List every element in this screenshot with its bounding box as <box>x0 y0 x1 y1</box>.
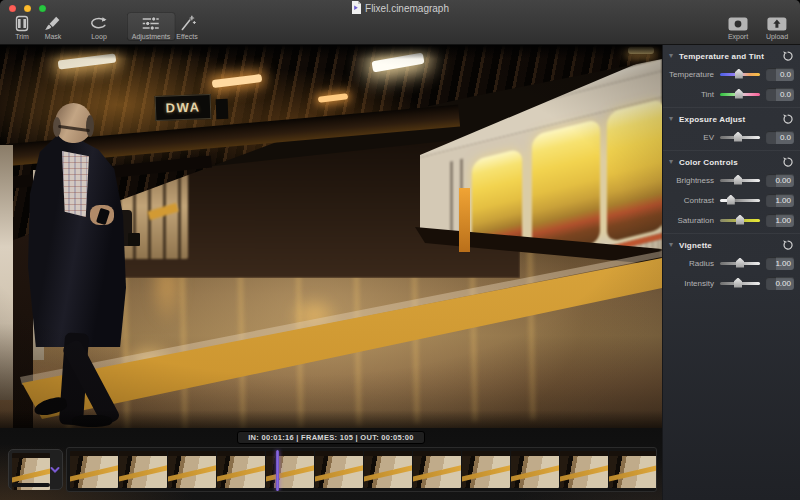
slider-track[interactable] <box>720 282 760 285</box>
timeline-info: IN: 00:01:16 | FRAMES: 105 | OUT: 00:05:… <box>237 431 425 444</box>
slider-thumb[interactable] <box>727 195 735 205</box>
section-title: Vignette <box>679 241 781 250</box>
slider-thumb[interactable] <box>736 215 744 225</box>
canvas[interactable]: DWA <box>0 45 662 428</box>
timeline-info-bar: IN: 00:01:16 | FRAMES: 105 | OUT: 00:05:… <box>0 428 662 447</box>
tool-upload[interactable]: Upload <box>761 12 793 41</box>
slider-thumb[interactable] <box>734 132 742 142</box>
tool-mask[interactable]: Mask <box>38 12 68 41</box>
slider-thumb[interactable] <box>735 89 743 99</box>
filmstrip-frame[interactable] <box>70 451 118 488</box>
value-field[interactable]: 1.00 <box>766 257 794 270</box>
filmstrip-frame[interactable] <box>462 451 510 488</box>
filmstrip-frame[interactable] <box>168 451 216 488</box>
timeline-area: IN: 00:01:16 | FRAMES: 105 | OUT: 00:05:… <box>0 428 662 500</box>
filmstrip-frame[interactable] <box>364 451 412 488</box>
reset-icon[interactable] <box>781 156 794 169</box>
window-title-row: Flixel.cinemagraph <box>0 0 800 17</box>
photo-station-sign: DWA <box>155 94 212 121</box>
slider-thumb[interactable] <box>736 258 744 268</box>
trim-icon <box>12 14 32 32</box>
reset-icon[interactable] <box>781 239 794 252</box>
filmstrip-frame[interactable] <box>266 451 314 488</box>
slider-label: Contrast <box>669 196 720 205</box>
chevron-down-icon[interactable] <box>49 462 61 478</box>
slider-track[interactable] <box>720 219 760 222</box>
filmstrip-frame[interactable] <box>413 451 461 488</box>
titlebar-toolbar: Flixel.cinemagraph TrimMaskLoopAdjustmen… <box>0 0 800 45</box>
slider-thumb[interactable] <box>734 175 742 185</box>
tool-loop[interactable]: Loop <box>83 12 115 41</box>
disclosure-triangle-icon[interactable]: ▾ <box>669 52 679 60</box>
slider-row: Radius1.00 <box>669 253 794 273</box>
adjustments-panel: ▾Temperature and TintTemperature0.0Tint0… <box>662 45 800 500</box>
photo-man-silhouette <box>28 93 163 428</box>
photo-station-sign-fragment <box>216 99 229 119</box>
slider-track[interactable] <box>720 73 760 76</box>
disclosure-triangle-icon[interactable]: ▾ <box>669 115 679 123</box>
disclosure-triangle-icon[interactable]: ▾ <box>669 158 679 166</box>
slider-label: Radius <box>669 259 720 268</box>
panel-section: ▾Exposure AdjustEV0.0 <box>663 107 800 150</box>
photo-briefcase <box>128 233 140 246</box>
photo-ceiling-light <box>628 47 654 54</box>
panel-section: ▾Color ControlsBrightness0.00Contrast1.0… <box>663 150 800 233</box>
window-title: Flixel.cinemagraph <box>365 3 449 14</box>
value-field[interactable]: 0.0 <box>766 88 794 101</box>
slider-row: EV0.0 <box>669 127 794 147</box>
slider-row: Saturation1.00 <box>669 210 794 230</box>
photo-left-door <box>0 145 13 400</box>
tool-trim[interactable]: Trim <box>7 12 37 41</box>
value-field[interactable]: 1.00 <box>766 214 794 227</box>
slider-label: Brightness <box>669 176 720 185</box>
value-field[interactable]: 0.00 <box>766 174 794 187</box>
tool-export[interactable]: Export <box>722 12 754 41</box>
slider-row: Tint0.0 <box>669 84 794 104</box>
disclosure-triangle-icon[interactable]: ▾ <box>669 241 679 249</box>
document-icon <box>351 0 361 18</box>
reset-icon[interactable] <box>781 50 794 63</box>
slider-row: Intensity0.00 <box>669 273 794 293</box>
app-window: Flixel.cinemagraph TrimMaskLoopAdjustmen… <box>0 0 800 500</box>
filmstrip-frame[interactable] <box>560 451 608 488</box>
slider-track[interactable] <box>720 262 760 265</box>
section-title: Exposure Adjust <box>679 115 781 124</box>
slider-label: Intensity <box>669 279 720 288</box>
slider-label: EV <box>669 133 720 142</box>
filmstrip-frame[interactable] <box>119 451 167 488</box>
photo-orange-pillar <box>459 188 470 252</box>
filmstrip-frame[interactable] <box>609 451 657 488</box>
slider-row: Contrast1.00 <box>669 190 794 210</box>
slider-track[interactable] <box>720 179 760 182</box>
filmstrip-frame[interactable] <box>511 451 559 488</box>
tool-effects[interactable]: Effects <box>171 12 202 41</box>
slider-thumb[interactable] <box>734 278 742 288</box>
filmstrip-frame[interactable] <box>315 451 363 488</box>
adjustments-icon <box>140 14 162 32</box>
slider-label: Saturation <box>669 216 720 225</box>
section-title: Temperature and Tint <box>679 52 781 61</box>
photo-man-shirt <box>62 151 89 217</box>
export-icon <box>727 14 749 32</box>
playhead[interactable] <box>276 450 279 491</box>
mask-icon <box>43 14 63 32</box>
preview-thumbnail[interactable] <box>8 449 63 490</box>
slider-track[interactable] <box>720 136 760 139</box>
slider-track[interactable] <box>720 93 760 96</box>
tool-adjustments[interactable]: Adjustments <box>127 12 176 41</box>
slider-label: Temperature <box>669 70 720 79</box>
reset-icon[interactable] <box>781 113 794 126</box>
slider-row: Temperature0.0 <box>669 64 794 84</box>
filmstrip-frame[interactable] <box>217 451 265 488</box>
filmstrip[interactable] <box>66 447 657 492</box>
slider-track[interactable] <box>720 199 760 202</box>
photo-train-window <box>607 98 662 242</box>
slider-thumb[interactable] <box>735 69 743 79</box>
photo-train-window <box>532 118 600 259</box>
slider-label: Tint <box>669 90 720 99</box>
value-field[interactable]: 1.00 <box>766 194 794 207</box>
value-field[interactable]: 0.0 <box>766 68 794 81</box>
upload-icon <box>766 14 788 32</box>
value-field[interactable]: 0.0 <box>766 131 794 144</box>
value-field[interactable]: 0.00 <box>766 277 794 290</box>
